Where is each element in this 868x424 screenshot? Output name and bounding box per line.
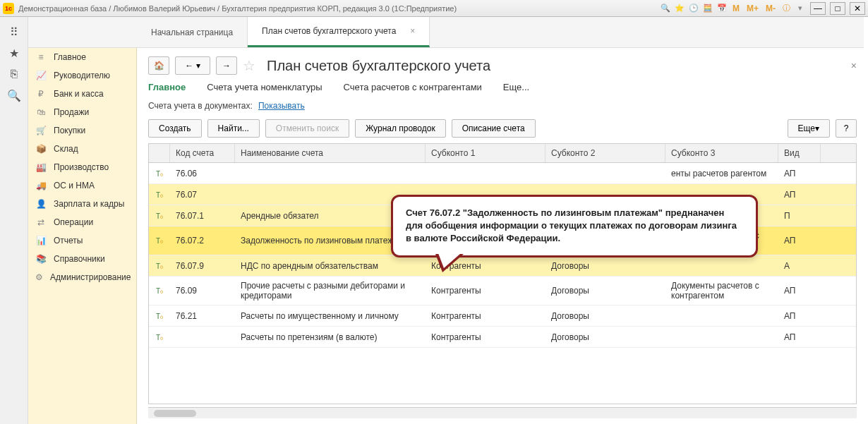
column-sub1[interactable]: Субконто 1 xyxy=(426,144,545,162)
cell-sub2: Договоры xyxy=(545,281,665,300)
active-tab[interactable]: План счетов бухгалтерского учета × xyxy=(248,17,430,47)
swap-icon: ⇄ xyxy=(35,217,47,227)
page-close-icon[interactable]: × xyxy=(851,60,857,71)
cell-code: 76.06 xyxy=(170,164,235,183)
more-button[interactable]: Еще ▾ xyxy=(788,119,830,138)
table-row[interactable]: T₀76.06енты расчетов рагентомАП xyxy=(149,163,856,184)
help-button[interactable]: ? xyxy=(836,119,857,138)
titlebar-icon[interactable]: 🕒 xyxy=(688,3,699,14)
create-button[interactable]: Создать xyxy=(148,119,202,138)
cell-name: Расчеты по имущественному и личному xyxy=(235,307,426,325)
favorite-icon[interactable]: ☆ xyxy=(243,57,255,74)
star-icon[interactable]: ★ xyxy=(0,42,28,63)
table-row[interactable]: T₀76.07.9НДС по арендным обязательствамК… xyxy=(149,255,856,277)
titlebar-icon[interactable]: 🔍 xyxy=(660,3,671,14)
sidebar-item-main[interactable]: ≡Главное xyxy=(28,48,136,66)
cell-name: НДС по арендным обязательствам xyxy=(235,257,426,275)
description-button[interactable]: Описание счета xyxy=(452,119,536,138)
cell-code: 76.09 xyxy=(170,281,235,300)
sidebar-item-operations[interactable]: ⇄Операции xyxy=(28,213,136,231)
back-button[interactable]: ← ▾ xyxy=(175,56,210,75)
row-icon: T₀ xyxy=(149,281,170,300)
minimize-button[interactable]: — xyxy=(810,2,826,15)
sidebar-item-manager[interactable]: 📈Руководителю xyxy=(28,66,136,85)
column-name[interactable]: Наименование счета xyxy=(235,144,426,162)
close-button[interactable]: ✕ xyxy=(850,2,865,15)
subtab-main[interactable]: Главное xyxy=(148,82,186,94)
filter-label: Счета учета в документах: xyxy=(148,101,253,111)
table-row[interactable]: T₀76.09Прочие расчеты с разными дебитора… xyxy=(149,277,856,305)
titlebar-icon[interactable]: ⭐ xyxy=(674,3,685,14)
sidebar-label: Производство xyxy=(54,162,109,172)
cell-sub3 xyxy=(665,333,778,341)
sidebar-item-references[interactable]: 📚Справочники xyxy=(28,250,136,268)
horizontal-scrollbar[interactable] xyxy=(148,407,857,418)
home-button[interactable]: 🏠 xyxy=(148,56,169,75)
sidebar-label: Склад xyxy=(54,144,78,154)
sidebar-label: ОС и НМА xyxy=(54,181,95,190)
subtab-more[interactable]: Еще... xyxy=(503,82,529,94)
scrollbar-thumb[interactable] xyxy=(154,410,196,417)
subtab-nomenclature[interactable]: Счета учета номенклатуры xyxy=(207,82,322,94)
subtab-counterparties[interactable]: Счета расчетов с контрагентами xyxy=(344,82,482,94)
sidebar-item-salary[interactable]: 👤Зарплата и кадры xyxy=(28,195,136,213)
maximize-button[interactable]: □ xyxy=(830,2,845,15)
column-sub3[interactable]: Субконто 3 xyxy=(665,144,778,162)
info-icon[interactable]: ⓘ xyxy=(780,3,792,14)
cell-code: 76.21 xyxy=(170,307,235,325)
sidebar-item-warehouse[interactable]: 📦Склад xyxy=(28,140,136,158)
callout-text: Счет 76.07.2 "Задолженность по лизинговы… xyxy=(406,207,737,243)
sidebar-item-production[interactable]: 🏭Производство xyxy=(28,158,136,176)
callout-tooltip: Счет 76.07.2 "Задолженность по лизинговы… xyxy=(391,195,758,258)
cell-sub2: Договоры xyxy=(545,328,665,346)
sidebar-item-sales[interactable]: 🛍Продажи xyxy=(28,103,136,121)
titlebar-icon[interactable]: 🧮 xyxy=(702,3,713,14)
search-icon[interactable]: 🔍 xyxy=(0,85,28,106)
pin-icon[interactable]: ⎘ xyxy=(0,63,28,85)
cell-code: 76.07 xyxy=(170,186,235,204)
data-grid: Код счета Наименование счета Субконто 1 … xyxy=(148,143,857,404)
titlebar-icons: 🔍 ⭐ 🕒 🧮 📅 M M+ M- ⓘ ▾ — □ ✕ xyxy=(660,2,865,15)
sidebar-item-assets[interactable]: 🚚ОС и НМА xyxy=(28,176,136,195)
column-kind[interactable]: Вид xyxy=(778,144,821,162)
icon-column: ⠿ ★ ⎘ 🔍 xyxy=(0,17,28,424)
sidebar-label: Покупки xyxy=(54,126,85,135)
sidebar-item-reports[interactable]: 📊Отчеты xyxy=(28,231,136,250)
start-page-tab[interactable]: Начальная страница xyxy=(137,17,248,47)
cell-sub3 xyxy=(665,262,778,270)
apps-icon[interactable]: ⠿ xyxy=(0,21,28,42)
table-row[interactable]: T₀76.21Расчеты по имущественному и лично… xyxy=(149,305,856,327)
find-button[interactable]: Найти... xyxy=(207,119,260,138)
column-sub2[interactable]: Субконто 2 xyxy=(545,144,665,162)
forward-button[interactable]: → xyxy=(216,56,237,75)
filter-row: Счета учета в документах: Показывать xyxy=(148,101,857,111)
table-row[interactable]: T₀Расчеты по претензиям (в валюте)Контра… xyxy=(149,327,856,348)
column-code[interactable]: Код счета xyxy=(170,144,235,162)
journal-button[interactable]: Журнал проводок xyxy=(355,119,446,138)
filter-link[interactable]: Показывать xyxy=(258,101,305,111)
tab-label: План счетов бухгалтерского учета xyxy=(262,26,396,36)
m-plus-button[interactable]: M+ xyxy=(745,4,761,13)
person-icon: 👤 xyxy=(35,199,47,209)
content-header: 🏠 ← ▾ → ☆ План счетов бухгалтерского уче… xyxy=(148,56,857,75)
sidebar-label: Администрирование xyxy=(50,272,131,282)
tab-close-icon[interactable]: × xyxy=(410,26,415,36)
box-icon: 📦 xyxy=(35,144,47,154)
dropdown-icon[interactable]: ▾ xyxy=(795,3,806,14)
sidebar-item-bank[interactable]: ₽Банк и касса xyxy=(28,85,136,103)
cell-sub3 xyxy=(665,312,778,320)
m-button[interactable]: M xyxy=(730,4,742,13)
row-icon: T₀ xyxy=(149,257,170,275)
cell-kind: АП xyxy=(778,231,821,250)
row-icon: T₀ xyxy=(149,207,170,225)
cell-sub1 xyxy=(426,169,545,178)
titlebar: 1c Демонстрационная база / Любимов Валер… xyxy=(0,0,868,17)
column-icon[interactable] xyxy=(149,144,170,162)
cell-code: 76.07.2 xyxy=(170,231,235,250)
cell-kind: А xyxy=(778,257,821,275)
sidebar-item-admin[interactable]: ⚙Администрирование xyxy=(28,268,136,286)
sidebar-item-purchases[interactable]: 🛒Покупки xyxy=(28,121,136,140)
m-minus-button[interactable]: M- xyxy=(764,4,778,13)
menu-icon: ≡ xyxy=(35,52,47,62)
titlebar-icon[interactable]: 📅 xyxy=(716,3,728,14)
